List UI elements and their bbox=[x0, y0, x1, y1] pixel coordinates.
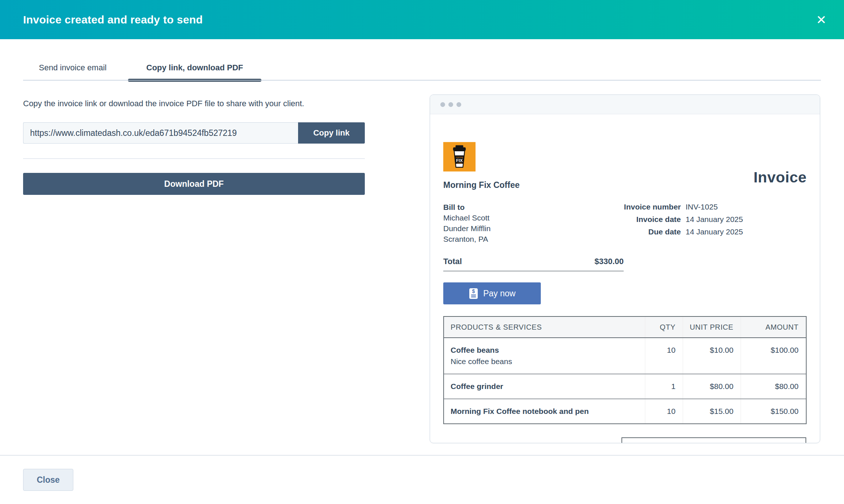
item-unit-price: $15.00 bbox=[683, 399, 741, 423]
section-divider bbox=[23, 158, 365, 159]
bill-to-city: Scranton, PA bbox=[443, 234, 491, 244]
pay-now-button[interactable]: $ Pay now bbox=[443, 282, 541, 304]
col-products-services: PRODUCTS & SERVICES bbox=[444, 317, 645, 337]
item-unit-price: $10.00 bbox=[683, 338, 741, 374]
invoice-meta-block: Invoice number INV-1025 Invoice date 14 … bbox=[597, 202, 744, 244]
window-dot-icon bbox=[440, 102, 445, 107]
subtotal-box: Subtotal $330.00 bbox=[621, 437, 806, 443]
invoice-link-row: Copy link bbox=[23, 122, 365, 144]
item-unit-price: $80.00 bbox=[683, 374, 741, 399]
item-qty: 10 bbox=[645, 338, 683, 374]
copy-link-button[interactable]: Copy link bbox=[298, 122, 365, 144]
bill-to-company: Dunder Mifflin bbox=[443, 223, 491, 234]
item-amount: $150.00 bbox=[741, 399, 806, 423]
svg-text:$: $ bbox=[472, 288, 475, 294]
col-unit-price: UNIT PRICE bbox=[683, 317, 741, 337]
modal-title: Invoice created and ready to send bbox=[23, 14, 203, 26]
item-qty: 10 bbox=[645, 399, 683, 423]
tab-divider-line bbox=[23, 80, 821, 81]
invoice-parties: Bill to Michael Scott Dunder Mifflin Scr… bbox=[443, 202, 807, 244]
bill-to-name: Michael Scott bbox=[443, 212, 491, 223]
col-amount: AMOUNT bbox=[741, 317, 806, 337]
share-description: Copy the invoice link or download the in… bbox=[23, 98, 365, 109]
invoice-number-value: INV-1025 bbox=[686, 202, 744, 212]
item-description: Nice coffee beans bbox=[451, 357, 638, 366]
meta-row: Invoice number INV-1025 bbox=[597, 202, 744, 212]
col-qty: QTY bbox=[645, 317, 683, 337]
total-value: $330.00 bbox=[594, 257, 624, 266]
products-table: PRODUCTS & SERVICES QTY UNIT PRICE AMOUN… bbox=[443, 316, 807, 424]
item-amount: $80.00 bbox=[741, 374, 806, 399]
tab-bar: Send invoice email Copy link, download P… bbox=[0, 59, 844, 83]
share-section: Copy the invoice link or download the in… bbox=[23, 98, 365, 195]
invoice-date-value: 14 January 2025 bbox=[686, 214, 744, 225]
svg-text:COFFEE: COFFEE bbox=[457, 163, 462, 164]
table-row: Coffee beans Nice coffee beans 10 $10.00… bbox=[444, 338, 806, 374]
table-row: Morning Fix Coffee notebook and pen 10 $… bbox=[444, 399, 806, 423]
tab-send-invoice-email[interactable]: Send invoice email bbox=[39, 63, 107, 73]
window-dot-icon bbox=[448, 102, 453, 107]
modal-header: Invoice created and ready to send ✕ bbox=[0, 0, 844, 39]
tab-label: Copy link, download PDF bbox=[146, 63, 243, 72]
total-label: Total bbox=[443, 257, 462, 266]
tab-copy-link-download-pdf[interactable]: Copy link, download PDF bbox=[128, 63, 261, 73]
products-table-header: PRODUCTS & SERVICES QTY UNIT PRICE AMOUN… bbox=[444, 317, 806, 338]
browser-chrome-bar bbox=[430, 95, 820, 114]
invoice-document: morning FIX COFFEE Invoice Morning Fix C… bbox=[430, 141, 820, 443]
company-name: Morning Fix Coffee bbox=[443, 180, 807, 190]
pay-now-icon: $ bbox=[469, 288, 478, 299]
bill-to-label: Bill to bbox=[443, 202, 491, 212]
invoice-link-input[interactable] bbox=[23, 122, 298, 144]
close-button[interactable]: Close bbox=[23, 469, 73, 491]
close-icon[interactable]: ✕ bbox=[812, 11, 830, 29]
invoice-heading: Invoice bbox=[753, 168, 807, 186]
item-amount: $100.00 bbox=[741, 338, 806, 374]
table-row: Coffee grinder 1 $80.00 $80.00 bbox=[444, 374, 806, 399]
footer-divider bbox=[0, 455, 844, 456]
invoice-date-label: Invoice date bbox=[597, 214, 681, 225]
invoice-preview-panel: morning FIX COFFEE Invoice Morning Fix C… bbox=[430, 94, 820, 443]
company-logo: morning FIX COFFEE bbox=[443, 141, 476, 172]
meta-row: Due date 14 January 2025 bbox=[597, 227, 744, 237]
meta-row: Invoice date 14 January 2025 bbox=[597, 214, 744, 225]
pay-now-label: Pay now bbox=[483, 289, 515, 299]
invoice-total-row: Total $330.00 bbox=[443, 257, 624, 271]
item-qty: 1 bbox=[645, 374, 683, 399]
item-name: Coffee grinder bbox=[451, 382, 638, 391]
due-date-value: 14 January 2025 bbox=[686, 227, 744, 237]
window-dot-icon bbox=[456, 102, 461, 107]
download-pdf-button[interactable]: Download PDF bbox=[23, 173, 365, 195]
invoice-number-label: Invoice number bbox=[597, 202, 681, 212]
item-name: Coffee beans bbox=[451, 346, 638, 355]
bill-to-block: Bill to Michael Scott Dunder Mifflin Scr… bbox=[443, 202, 491, 244]
svg-text:FIX: FIX bbox=[456, 158, 463, 163]
due-date-label: Due date bbox=[597, 227, 681, 237]
item-name: Morning Fix Coffee notebook and pen bbox=[451, 407, 638, 416]
